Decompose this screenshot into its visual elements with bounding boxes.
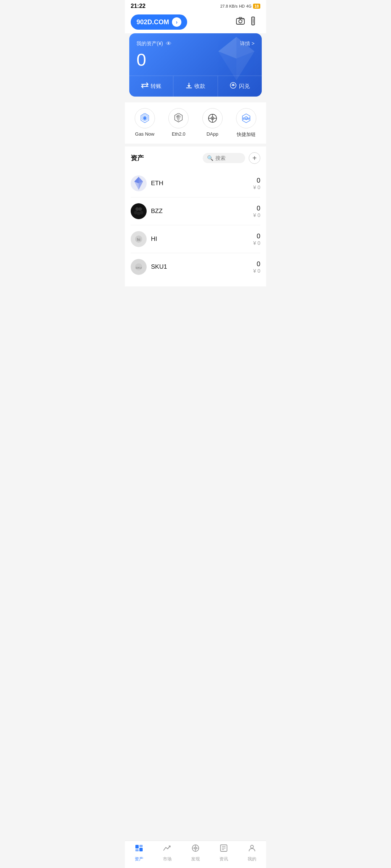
asset-card: 我的资产(¥) 👁 详情 > 0 转账 bbox=[129, 33, 262, 97]
status-icons: 27.8 KB/s HD 4G 18 bbox=[220, 4, 260, 9]
svg-rect-5 bbox=[252, 18, 254, 19]
hi-balance: 0 bbox=[253, 233, 260, 240]
asset-section-header: 资产 🔍 + bbox=[131, 152, 260, 164]
bzz-balance: 0 bbox=[253, 205, 260, 212]
bzz-amounts: 0 ¥ 0 bbox=[253, 205, 260, 218]
svg-point-3 bbox=[243, 20, 243, 20]
token-item-sku1[interactable]: SKU SKU1 0 ¥ 0 bbox=[131, 253, 260, 281]
svg-text:SKU: SKU bbox=[136, 266, 142, 269]
quick-menu: Gas Now Eth2.0 DApp bbox=[125, 102, 266, 144]
asset-label-text: 我的资产(¥) bbox=[136, 41, 163, 47]
search-box[interactable]: 🔍 bbox=[203, 153, 245, 163]
receive-button[interactable]: 收款 bbox=[173, 76, 218, 97]
sku1-amounts: 0 ¥ 0 bbox=[253, 260, 260, 274]
hi-symbol: HI bbox=[151, 235, 253, 243]
bzz-logo bbox=[131, 203, 147, 219]
network-indicator: 4G bbox=[246, 4, 252, 8]
asset-section-title: 资产 bbox=[131, 154, 144, 162]
search-add-controls: 🔍 + bbox=[203, 152, 260, 164]
camera-icon[interactable] bbox=[236, 16, 245, 28]
quick-item-gas-now[interactable]: Gas Now bbox=[135, 108, 155, 138]
sku1-logo: SKU bbox=[131, 259, 147, 275]
eth-value: ¥ 0 bbox=[253, 184, 260, 190]
eye-icon[interactable]: 👁 bbox=[166, 41, 172, 47]
hi-amounts: 0 ¥ 0 bbox=[253, 233, 260, 246]
transfer-button[interactable]: 转账 bbox=[129, 76, 173, 97]
quick-item-fast-chain[interactable]: EVM 快捷加链 bbox=[236, 108, 256, 138]
eth-logo bbox=[131, 175, 147, 191]
bzz-value: ¥ 0 bbox=[253, 212, 260, 218]
sku1-value: ¥ 0 bbox=[253, 268, 260, 274]
bzz-symbol: BZZ bbox=[151, 208, 253, 215]
brand-button[interactable]: 902D.COM › bbox=[131, 14, 187, 30]
token-list: ETH 0 ¥ 0 BZZ 0 ¥ 0 bbox=[131, 170, 260, 281]
hi-value: ¥ 0 bbox=[253, 240, 260, 246]
transfer-icon bbox=[141, 82, 148, 90]
receive-label: 收款 bbox=[194, 83, 205, 90]
svg-point-42 bbox=[140, 211, 143, 214]
eth-amounts: 0 ¥ 0 bbox=[253, 177, 260, 190]
brand-label: 902D.COM bbox=[136, 18, 169, 26]
app-header: 902D.COM › bbox=[125, 11, 266, 33]
status-time: 21:22 bbox=[131, 3, 146, 9]
hi-logo: hi bbox=[131, 231, 147, 247]
token-item-bzz[interactable]: BZZ 0 ¥ 0 bbox=[131, 197, 260, 225]
dapp-icon-circle bbox=[202, 108, 223, 128]
search-input[interactable] bbox=[215, 155, 241, 161]
token-item-hi[interactable]: hi HI 0 ¥ 0 bbox=[131, 225, 260, 253]
svg-text:hi: hi bbox=[137, 237, 140, 242]
svg-point-31 bbox=[212, 118, 213, 119]
add-token-button[interactable]: + bbox=[249, 152, 260, 164]
scan-icon[interactable] bbox=[251, 16, 260, 28]
fast-chain-icon-circle: EVM bbox=[236, 108, 256, 128]
gas-now-icon-circle bbox=[135, 108, 155, 128]
svg-point-1 bbox=[239, 20, 242, 23]
header-actions bbox=[236, 16, 260, 28]
gas-now-label: Gas Now bbox=[135, 131, 154, 137]
speed-indicator: 27.8 KB/s bbox=[220, 4, 237, 8]
dapp-label: DApp bbox=[206, 131, 218, 137]
eth-bg-decoration bbox=[218, 37, 255, 85]
token-item-eth[interactable]: ETH 0 ¥ 0 bbox=[131, 170, 260, 197]
battery-indicator: 18 bbox=[253, 4, 260, 9]
svg-point-39 bbox=[138, 207, 142, 211]
quick-item-eth2[interactable]: Eth2.0 bbox=[168, 108, 189, 138]
quick-item-dapp[interactable]: DApp bbox=[202, 108, 223, 138]
brand-arrow: › bbox=[172, 17, 181, 27]
svg-rect-6 bbox=[252, 23, 254, 24]
svg-rect-2 bbox=[239, 17, 242, 19]
transfer-label: 转账 bbox=[151, 83, 161, 90]
eth2-label: Eth2.0 bbox=[172, 131, 185, 137]
search-icon: 🔍 bbox=[207, 155, 213, 161]
sku1-balance: 0 bbox=[253, 260, 260, 268]
hd-badge: HD bbox=[239, 4, 245, 8]
fast-chain-label: 快捷加链 bbox=[237, 131, 256, 138]
asset-section: 资产 🔍 + ETH 0 ¥ 0 bbox=[125, 146, 266, 286]
svg-marker-12 bbox=[187, 85, 191, 87]
asset-label: 我的资产(¥) 👁 bbox=[136, 41, 172, 47]
eth-symbol: ETH bbox=[151, 180, 253, 187]
eth-balance: 0 bbox=[253, 177, 260, 184]
eth2-icon-circle bbox=[168, 108, 189, 128]
status-bar: 21:22 27.8 KB/s HD 4G 18 bbox=[125, 0, 266, 11]
sku1-symbol: SKU1 bbox=[151, 263, 253, 271]
receive-icon bbox=[186, 82, 192, 90]
